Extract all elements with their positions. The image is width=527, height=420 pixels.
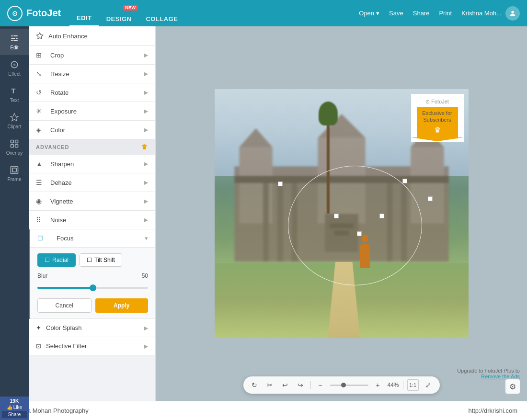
crown-icon: ♛ (141, 143, 148, 151)
focus-cancel-button[interactable]: Cancel (37, 298, 92, 313)
exposure-icon: ✳ (36, 107, 46, 115)
auto-enhance-button[interactable]: Auto Enhance (29, 26, 155, 46)
menu-item-exposure[interactable]: ✳ Exposure ▶ (29, 102, 155, 121)
sidebar-item-clipart-label: Clipart (8, 124, 22, 129)
settings-button[interactable]: ⚙ (505, 379, 520, 394)
sidebar-item-text-label: Text (10, 98, 19, 103)
focus-collapse-icon: ▾ (145, 235, 148, 242)
tab-collage[interactable]: COLLAGE (138, 0, 185, 26)
zoom-thumb[interactable] (341, 383, 345, 387)
cut-button[interactable]: ✂ (264, 379, 275, 391)
fullscreen-button[interactable]: ⤢ (423, 379, 434, 391)
zoom-track (330, 385, 368, 386)
sidebar-item-edit-label: Edit (10, 45, 18, 50)
noise-arrow-icon: ▶ (144, 216, 148, 223)
refresh-button[interactable]: ↻ (249, 379, 260, 391)
user-area[interactable]: Krishna Moh... (461, 6, 520, 21)
tiltshift-icon: ☐ (87, 257, 92, 263)
ratio-button[interactable]: 1:1 (407, 379, 419, 391)
sidebar-item-frame[interactable]: Frame (0, 160, 29, 187)
svg-marker-10 (11, 114, 19, 121)
menu-item-color-splash[interactable]: ✦ Color Splash ▶ (29, 319, 155, 337)
crop-icon: ⊞ (36, 51, 46, 59)
tree-trunk (327, 124, 330, 214)
svg-rect-30 (291, 181, 297, 261)
fb-like-button[interactable]: 👍 Like (7, 405, 22, 410)
radial-icon: ☐ (45, 257, 50, 263)
handle-bottom-left[interactable] (334, 214, 339, 218)
zoom-slider[interactable] (330, 385, 368, 386)
svg-text:T: T (11, 87, 15, 95)
open-button[interactable]: Open ▾ (359, 10, 379, 17)
handle-bottom-center[interactable] (357, 231, 362, 236)
toolbar-separator-2 (403, 381, 403, 389)
handle-right-mid[interactable] (379, 214, 384, 218)
zoom-level: 44% (387, 382, 399, 388)
save-button[interactable]: Save (389, 10, 403, 17)
color-splash-arrow-icon: ▶ (144, 325, 148, 331)
menu-item-sharpen[interactable]: ▲ Sharpen ▶ (29, 155, 155, 173)
monk-head (362, 235, 368, 242)
rotate-icon: ↺ (36, 89, 46, 96)
noise-icon: ⠿ (36, 216, 46, 224)
tab-edit[interactable]: EDIT (69, 0, 99, 26)
menu-item-resize[interactable]: ⤡ Resize ▶ (29, 65, 155, 83)
left-panel: Auto Enhance ⊞ Crop ▶ ⤡ Resize ▶ ↺ Rotat… (29, 26, 156, 401)
tree-top (319, 102, 338, 125)
upgrade-link[interactable]: Remove the Ads (481, 374, 520, 379)
handle-right[interactable] (428, 196, 433, 201)
svg-rect-23 (411, 147, 444, 223)
sidebar-item-edit[interactable]: Edit (0, 29, 29, 55)
sidebar-item-overlay[interactable]: Overlay (0, 134, 29, 160)
subscriber-badge: ⊙ FotoJet Exclusive for Subscribers ♛ (411, 94, 464, 142)
main-area: Edit Effect T Text Clipart (0, 26, 527, 401)
zoom-out-button[interactable]: − (314, 379, 326, 391)
svg-rect-16 (12, 168, 16, 172)
sidebar-item-frame-label: Frame (8, 177, 22, 182)
sidebar-item-clipart[interactable]: Clipart (0, 108, 29, 134)
handle-left[interactable] (278, 182, 283, 186)
redo-button[interactable]: ↪ (295, 379, 306, 391)
sharpen-icon: ▲ (36, 160, 46, 168)
tree-element (323, 102, 333, 214)
canvas-area: ⊙ FotoJet Exclusive for Subscribers ♛ ↻ … (156, 26, 527, 401)
footer-right: http://drkrishi.com (468, 407, 517, 414)
sidebar-icons: Edit Effect T Text Clipart (0, 26, 29, 401)
resize-icon: ⤡ (36, 70, 46, 78)
monk-robe (360, 244, 370, 268)
blur-slider[interactable] (37, 283, 148, 293)
print-button[interactable]: Print (439, 10, 452, 17)
menu-item-noise[interactable]: ⠿ Noise ▶ (29, 211, 155, 229)
focus-tab-radial[interactable]: ☐ Radial (37, 253, 76, 267)
share-button[interactable]: Share (413, 10, 430, 17)
vignette-arrow-icon: ▶ (144, 198, 148, 204)
badge-text-line2: Subscribers (422, 116, 453, 123)
sidebar-item-text[interactable]: T Text (0, 81, 29, 108)
image-container[interactable]: ⊙ FotoJet Exclusive for Subscribers ♛ (215, 89, 469, 338)
menu-item-crop[interactable]: ⊞ Crop ▶ (29, 46, 155, 65)
handle-top-right[interactable] (402, 179, 407, 183)
menu-item-selective-filter[interactable]: ⊡ Selective Filter ▶ (29, 337, 155, 355)
focus-apply-button[interactable]: Apply (95, 298, 149, 313)
menu-item-dehaze[interactable]: ☰ Dehaze ▶ (29, 173, 155, 192)
slider-thumb[interactable] (90, 284, 96, 291)
focus-tab-tiltshift[interactable]: ☐ Tilt Shift (80, 253, 122, 267)
resize-arrow-icon: ▶ (144, 70, 148, 77)
focus-header[interactable]: ☐ Focus ▾ (30, 229, 155, 248)
menu-item-vignette[interactable]: ◉ Vignette ▶ (29, 192, 155, 211)
zoom-in-button[interactable]: + (372, 379, 383, 391)
badge-ribbon: Exclusive for Subscribers ♛ (417, 107, 458, 137)
tab-design[interactable]: DESIGN NEW (99, 0, 139, 26)
fb-share-button[interactable]: Share (2, 411, 27, 418)
logo-area: ⊙ FotoJet (7, 6, 65, 21)
undo-button[interactable]: ↩ (279, 379, 291, 391)
selective-filter-arrow-icon: ▶ (144, 343, 148, 350)
focus-icon: ☐ (37, 235, 47, 242)
logo-text: FotoJet (26, 8, 61, 19)
fb-count: 19K (10, 398, 19, 404)
sidebar-item-effect[interactable]: Effect (0, 55, 29, 81)
menu-item-rotate[interactable]: ↺ Rotate ▶ (29, 83, 155, 102)
focus-actions: Cancel Apply (37, 298, 148, 313)
menu-item-color[interactable]: ◈ Color ▶ (29, 121, 155, 139)
vignette-icon: ◉ (36, 197, 46, 205)
